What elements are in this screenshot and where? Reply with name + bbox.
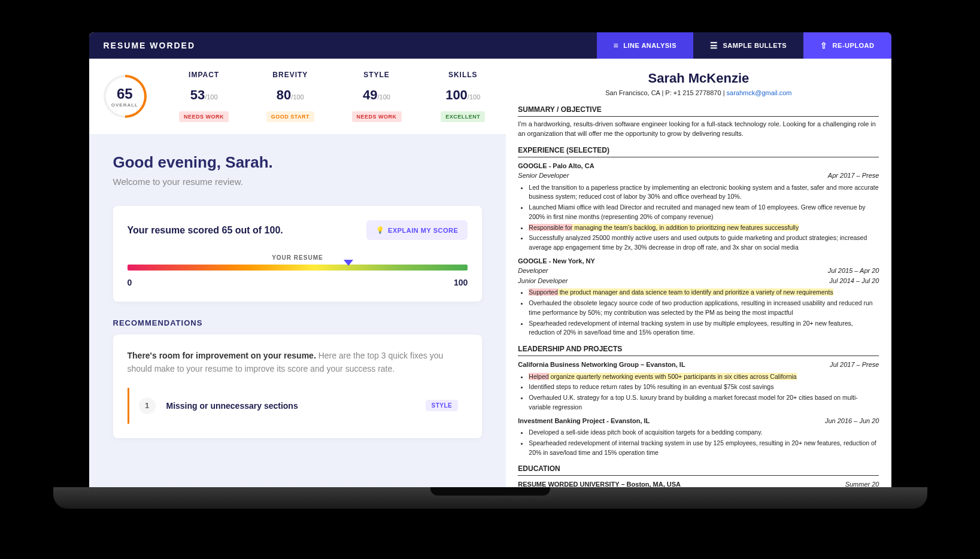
nav-sample-bullets[interactable]: ☰SAMPLE BULLETS: [693, 32, 803, 59]
recommendations-card: There's room for improvement on your res…: [113, 335, 483, 438]
laptop-base: [53, 487, 927, 509]
greeting: Good evening, Sarah. Welcome to your res…: [89, 134, 506, 199]
score-gauge: [128, 265, 468, 271]
recommendation-name: Missing or unnecessary sections: [166, 401, 415, 411]
score-card: Your resume scored 65 out of 100. 💡EXPLA…: [113, 206, 483, 302]
brand-logo: RESUME WORDED: [89, 41, 597, 50]
recommendations-heading: RECOMMENDATIONS: [89, 309, 506, 327]
upload-icon: ⇧: [820, 41, 828, 50]
overall-score-value: 65: [111, 85, 138, 102]
greeting-title: Good evening, Sarah.: [113, 153, 483, 172]
summary-text: I'm a hardworking, results-driven softwa…: [518, 119, 879, 139]
score-panel: 65 OVERALL IMPACT53/100NEEDS WORKBREVITY…: [89, 59, 506, 134]
resume-name: Sarah McKenzie: [518, 68, 879, 88]
recommendation-number: 1: [139, 397, 156, 414]
proj2-bullets: Developed a sell-side ideas pitch book o…: [529, 428, 879, 457]
gauge-label: YOUR RESUME: [128, 254, 468, 261]
explain-score-button[interactable]: 💡EXPLAIN MY SCORE: [366, 220, 468, 240]
metric-skills[interactable]: SKILLS100/100EXCELLENT: [420, 71, 506, 122]
overall-score: 65 OVERALL: [89, 75, 161, 118]
metric-brevity[interactable]: BREVITY80/100GOOD START: [247, 71, 333, 122]
section-summary: SUMMARY / OBJECTIVE: [518, 104, 879, 117]
metric-style[interactable]: STYLE49/100NEEDS WORK: [333, 71, 420, 122]
gauge-max: 100: [454, 278, 468, 287]
recommendations-description: There's room for improvement on your res…: [128, 349, 468, 376]
topbar: RESUME WORDED ≡LINE ANALYSIS ☰SAMPLE BUL…: [89, 32, 891, 59]
metric-impact[interactable]: IMPACT53/100NEEDS WORK: [161, 71, 247, 122]
resume-email-link[interactable]: sarahmck@gmail.com: [727, 89, 792, 96]
analysis-icon: ≡: [614, 41, 619, 50]
list-icon: ☰: [710, 41, 718, 50]
section-experience: EXPERIENCE (SELECTED): [518, 145, 879, 157]
recommendation-tag: STYLE: [426, 400, 459, 411]
nav-line-analysis[interactable]: ≡LINE ANALYSIS: [597, 32, 693, 59]
recommendation-item[interactable]: 1 Missing or unnecessary sections STYLE: [128, 388, 468, 424]
job2-bullets: Supported the product manager and data s…: [529, 288, 879, 338]
section-education: EDUCATION: [518, 463, 879, 476]
lightbulb-icon: 💡: [376, 226, 385, 234]
score-card-title: Your resume scored 65 out of 100.: [128, 225, 283, 236]
overall-score-label: OVERALL: [111, 102, 138, 107]
nav-reupload[interactable]: ⇧RE-UPLOAD: [803, 32, 891, 59]
gauge-pointer: [344, 260, 353, 266]
section-leadership: LEADERSHIP AND PROJECTS: [518, 344, 879, 356]
resume-contact: San Francisco, CA | P: +1 215 2778870 | …: [518, 88, 879, 98]
job1-bullets: Led the transition to a paperless practi…: [529, 183, 879, 253]
resume-preview[interactable]: Sarah McKenzie San Francisco, CA | P: +1…: [506, 59, 891, 487]
left-panel: 65 OVERALL IMPACT53/100NEEDS WORKBREVITY…: [89, 59, 506, 487]
greeting-subtitle: Welcome to your resume review.: [113, 177, 483, 187]
proj1-bullets: Helped organize quarterly networking eve…: [529, 372, 879, 412]
gauge-min: 0: [128, 278, 132, 287]
